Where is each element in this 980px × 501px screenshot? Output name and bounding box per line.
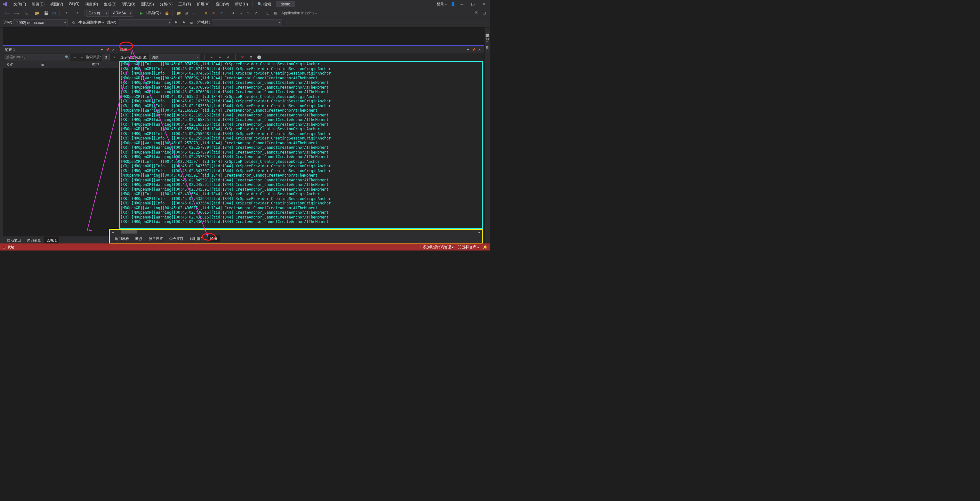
minimize-button[interactable]: ─ <box>457 1 466 7</box>
output-pin-button[interactable]: 📌 <box>471 47 477 52</box>
search-button[interactable]: 🔍 搜索 <box>255 1 274 8</box>
output-clear-button[interactable]: ✖ <box>239 54 246 60</box>
process-combo[interactable]: [4992] demo.exe <box>13 19 68 26</box>
tab-git-changes[interactable]: Git 更改 <box>485 37 490 45</box>
tab-locals[interactable]: 局部变量 <box>24 237 43 244</box>
watch-body[interactable] <box>3 68 118 236</box>
output-indent-left-button[interactable]: ≡ <box>208 54 215 60</box>
back-button[interactable]: ⟵ <box>2 10 12 17</box>
output-wrap-button[interactable]: ↲ <box>225 54 231 60</box>
output-gear-button[interactable]: ⚙ <box>248 54 254 60</box>
solution-name[interactable]: demo <box>276 1 295 7</box>
platform-combo[interactable]: ARM64 <box>111 10 133 17</box>
lifecycle-label[interactable]: 生命周期事件 <box>77 20 105 25</box>
watch-pin-button[interactable]: 📌 <box>105 47 110 52</box>
add-to-source-control-button[interactable]: ↑ 添加到源代码管理 ▴ <box>420 245 454 250</box>
save-all-button[interactable]: 🗃 <box>50 10 57 17</box>
menu-file[interactable]: 文件(F) <box>11 1 29 8</box>
menu-edit[interactable]: 编辑(E) <box>29 1 47 8</box>
more-button[interactable]: ⋯ <box>190 10 198 17</box>
pause-button[interactable]: ⏸ <box>202 10 210 17</box>
scroll-right-button[interactable]: ▸ <box>476 229 482 235</box>
continue-label[interactable]: 继续(C) <box>145 10 163 16</box>
depth-dropdown-button[interactable]: ▾ <box>111 54 117 60</box>
output-log[interactable]: [MROpenXR][Info ][00:45:02.074326][tid:1… <box>120 62 482 224</box>
debug-toolbar: 进程: [4992] demo.exe ⟲ 生命周期事件 线程: ⚑ ⚑ ≋ 堆… <box>0 18 490 27</box>
config-combo[interactable]: Debug <box>86 10 109 17</box>
step-over-button[interactable]: ↷ <box>245 10 252 17</box>
select-repo-button[interactable]: ☷ 选择仓库 ▴ <box>458 245 479 250</box>
open-button[interactable]: 📂 <box>32 10 42 17</box>
stop-button[interactable]: ■ <box>210 10 217 17</box>
menu-test[interactable]: 测试(S) <box>138 1 156 8</box>
notification-button[interactable]: 🔔 <box>483 245 487 249</box>
share-button[interactable]: ⇱ <box>473 10 480 17</box>
menu-build[interactable]: 生成(B) <box>101 1 119 8</box>
output-source-combo[interactable]: 调试 <box>149 54 200 60</box>
screenshot-button[interactable]: ⊡ <box>264 10 272 17</box>
lifecycle-icon-button[interactable]: ⟲ <box>70 19 77 26</box>
ruler-button[interactable]: ⊞ <box>272 10 279 17</box>
redo-button[interactable]: ↷ <box>72 10 82 17</box>
tab-command[interactable]: 命令窗口 <box>167 235 186 242</box>
tab-breakpoints[interactable]: 断点 <box>133 235 145 242</box>
col-value[interactable]: 值 <box>38 61 89 68</box>
search-prev-button[interactable]: ← <box>72 54 78 60</box>
live-share-button[interactable]: ⊡ <box>480 10 488 17</box>
step-into2-button[interactable]: ↘ <box>237 10 245 17</box>
flag2-button[interactable]: ⚑ <box>180 19 188 26</box>
output-close-button[interactable]: ✕ <box>477 47 482 52</box>
window-layout-button[interactable]: ⊞ <box>183 10 190 17</box>
menu-git[interactable]: Git(G) <box>66 1 82 8</box>
step-into-button[interactable]: 📁 <box>175 10 183 17</box>
col-type[interactable]: 类型 <box>89 61 118 68</box>
col-name[interactable]: 名称 <box>3 61 38 68</box>
scroll-thumb[interactable] <box>121 231 137 234</box>
avatar-icon[interactable]: 👤 <box>451 2 455 6</box>
menu-tools[interactable]: 工具(T) <box>176 1 193 8</box>
maximize-button[interactable]: ▢ <box>468 1 477 7</box>
editor-area[interactable] <box>3 27 484 46</box>
output-dropdown-button[interactable]: ▾ <box>465 47 471 52</box>
continue-button[interactable]: ▶ <box>137 10 145 17</box>
close-button[interactable]: ✕ <box>479 1 488 7</box>
tab-solution-explorer[interactable]: 解决方案资源管理器 <box>485 29 490 32</box>
output-indent-right-button[interactable]: ≡ <box>217 54 223 60</box>
step-out-button[interactable]: ↗ <box>252 10 260 17</box>
tab-autos[interactable]: 自动窗口 <box>5 237 24 244</box>
next-statement-button[interactable]: ➜ <box>229 10 237 17</box>
search-next-button[interactable]: → <box>79 54 84 60</box>
login-button[interactable]: 登录 <box>434 1 449 8</box>
flag-button[interactable]: ⚑ <box>172 19 180 26</box>
watch-close-button[interactable]: ✕ <box>110 47 116 52</box>
undo-button[interactable]: ↶ <box>62 10 72 17</box>
save-button[interactable]: 💾 <box>42 10 50 17</box>
menu-extensions[interactable]: 扩展(X) <box>194 1 212 8</box>
menu-analyze[interactable]: 分析(N) <box>157 1 175 8</box>
menu-window[interactable]: 窗口(W) <box>213 1 232 8</box>
overflow-button[interactable]: ⁞ <box>282 19 290 26</box>
tab-watch1[interactable]: 监视 1 <box>44 237 59 244</box>
scroll-left-button[interactable]: ◂ <box>110 229 116 235</box>
menu-help[interactable]: 帮助(H) <box>232 1 251 8</box>
tab-exceptions[interactable]: 异常设置 <box>146 235 165 242</box>
hot-reload-button[interactable]: 🔥 <box>163 10 170 17</box>
watch-dropdown-button[interactable]: ▾ <box>99 47 105 52</box>
menu-view[interactable]: 视图(V) <box>48 1 65 8</box>
menu-debug[interactable]: 调试(D) <box>120 1 138 8</box>
forward-button[interactable]: ⟶ <box>12 10 20 17</box>
restart-button[interactable]: ⟳ <box>217 10 225 17</box>
menu-project[interactable]: 项目(P) <box>83 1 100 8</box>
output-clock-button[interactable]: 🕓 <box>256 54 262 60</box>
output-hscrollbar[interactable]: ◂ ▸ <box>110 230 482 234</box>
stack-combo[interactable] <box>212 19 282 26</box>
tab-immediate[interactable]: 即时窗口 <box>187 235 207 242</box>
new-item-button[interactable]: ⊞ <box>22 10 32 17</box>
depth-input[interactable]: 3 <box>102 54 110 60</box>
watch-search-input[interactable]: 搜索(Ctrl+E) <box>5 54 70 60</box>
app-insights-button[interactable]: Application Insights <box>279 11 319 15</box>
threads-button[interactable]: ≋ <box>188 19 195 26</box>
tab-callstack[interactable]: 调用堆栈 <box>112 235 132 242</box>
thread-combo[interactable] <box>118 19 172 26</box>
tab-output[interactable]: 输出 <box>208 235 220 242</box>
